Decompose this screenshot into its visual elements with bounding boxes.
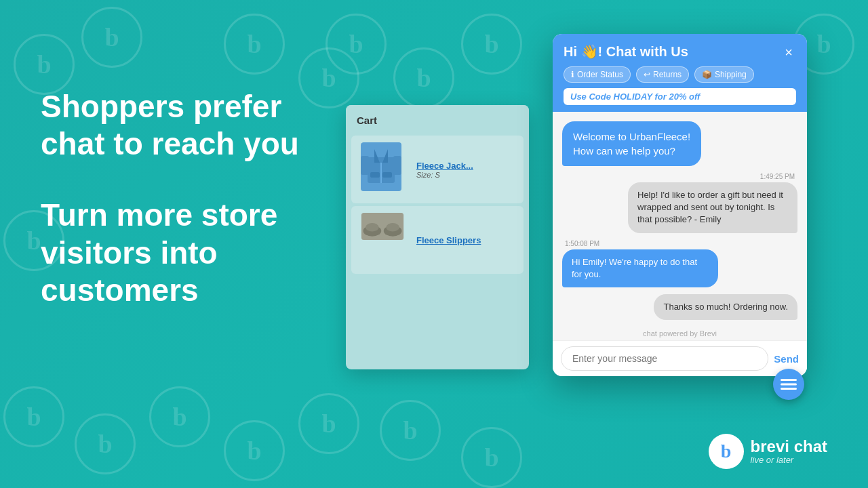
chat-input-row: Send [553,340,807,376]
close-button[interactable]: × [780,43,797,61]
agent-bubble: Hi Emily! We're happy to do that for you… [562,249,718,287]
cart-item-size: Size: S [416,171,514,179]
cart-item-image [361,213,408,267]
brevi-tagline: live or later [751,455,827,465]
cart-item-name: Fleece Slippers [416,235,514,245]
message-timestamp: 1:49:25 PM [760,173,797,180]
svg-point-11 [366,223,379,231]
svg-rect-8 [382,172,392,178]
user-bubble: Help! I'd like to order a gift but need … [628,182,797,233]
promo-banner: Use Code HOLIDAY for 20% off [564,88,796,105]
svg-point-13 [386,223,399,231]
info-icon: ℹ [571,70,574,79]
brevi-b-letter: b [721,441,732,462]
chat-title: Hi 👋! Chat with Us [564,43,796,60]
chat-fab-button[interactable] [773,369,804,400]
agent-timestamp: 1:50:08 PM [562,240,599,247]
left-section: Shoppers prefer chat to reach you Turn m… [41,88,332,309]
shipping-label: Shipping [715,70,747,79]
message-input[interactable] [561,346,768,371]
sub-headline: Turn more store visitors into customers [41,197,332,309]
quick-buttons-row: ℹ Order Status ↩ Returns 📦 Shipping [564,66,796,83]
main-headline: Shoppers prefer chat to reach you [41,88,332,163]
slippers-icon [361,213,404,240]
bot-message: Welcome to UrbanFleece!How can we help y… [562,121,797,166]
jacket-icon [361,142,401,191]
shipping-icon: 📦 [702,70,712,79]
cart-item: Fleece Jack... Size: S [351,136,524,203]
cart-card: Cart Fle [346,105,529,369]
chat-header: Hi 👋! Chat with Us × ℹ Order Status ↩ Re… [553,34,807,112]
returns-label: Returns [653,70,682,79]
cart-item: Fleece Slippers [351,206,524,274]
svg-rect-7 [370,172,380,178]
shipping-button[interactable]: 📦 Shipping [694,66,754,83]
thanks-bubble: Thanks so much! Ordering now. [654,294,797,320]
bot-bubble: Welcome to UrbanFleece!How can we help y… [562,121,701,166]
brevi-logo: b brevi chat live or later [709,434,827,469]
order-status-button[interactable]: ℹ Order Status [564,66,631,83]
brevi-text: brevi chat live or later [751,439,827,465]
svg-rect-4 [361,156,369,175]
svg-rect-5 [393,156,401,175]
chat-body: Welcome to UrbanFleece!How can we help y… [553,112,807,325]
returns-icon: ↩ [644,70,650,79]
svg-rect-15 [781,384,797,386]
cart-item-info: Fleece Slippers [416,235,514,245]
cart-item-image [361,142,408,197]
send-button[interactable]: Send [774,353,799,365]
cart-item-name: Fleece Jack... [416,161,514,171]
brevi-name: brevi chat [751,439,827,455]
powered-by: chat powered by Brevi [553,325,807,340]
svg-rect-16 [781,388,797,390]
user-message-wrap: 1:49:25 PM Help! I'd like to order a gif… [562,173,797,233]
menu-icon [781,376,797,392]
brevi-icon: b [709,434,744,469]
cart-header: Cart [346,105,529,133]
user-thanks-wrap: Thanks so much! Ordering now. [562,294,797,320]
svg-rect-14 [781,379,797,381]
chat-widget: Hi 👋! Chat with Us × ℹ Order Status ↩ Re… [553,34,807,376]
returns-button[interactable]: ↩ Returns [636,66,689,83]
order-status-label: Order Status [577,70,623,79]
agent-message-wrap: 1:50:08 PM Hi Emily! We're happy to do t… [562,240,797,287]
cart-item-info: Fleece Jack... Size: S [416,161,514,179]
